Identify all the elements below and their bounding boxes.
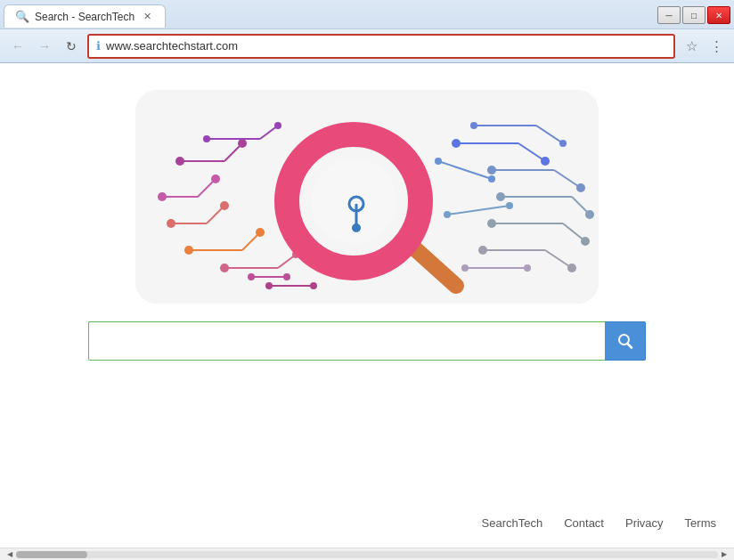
footer: SearchTech Contact Privacy Terms — [482, 516, 716, 530]
svg-point-3 — [184, 246, 193, 255]
svg-point-54 — [567, 264, 576, 272]
svg-point-37 — [470, 122, 477, 129]
svg-point-49 — [487, 219, 496, 228]
svg-point-45 — [496, 192, 505, 201]
menu-button[interactable]: ⋮ — [705, 36, 727, 57]
svg-point-62 — [444, 211, 451, 218]
scrollbar-track[interactable] — [16, 551, 718, 558]
svg-point-20 — [274, 122, 281, 129]
browser-tab[interactable]: 🔍 Search - SearchTech ✕ — [4, 4, 166, 28]
svg-point-53 — [478, 246, 487, 255]
tab-favicon: 🔍 — [15, 10, 29, 23]
title-bar: 🔍 Search - SearchTech ✕ ─ □ ✕ — [0, 0, 734, 28]
svg-point-8 — [220, 201, 229, 210]
scroll-left-arrow[interactable]: ◀ — [4, 550, 16, 559]
svg-point-11 — [158, 192, 167, 201]
tab-close-button[interactable]: ✕ — [140, 10, 154, 24]
svg-point-34 — [541, 157, 550, 166]
svg-point-50 — [581, 237, 590, 246]
footer-link-contact[interactable]: Contact — [564, 516, 604, 530]
footer-link-terms[interactable]: Terms — [685, 516, 716, 530]
svg-point-16 — [238, 139, 247, 148]
nav-actions: ☆ ⋮ — [681, 36, 727, 57]
svg-point-38 — [559, 140, 567, 147]
svg-point-26 — [248, 273, 255, 280]
svg-point-7 — [167, 219, 175, 228]
scrollbar-area: ◀ ▶ — [0, 548, 734, 560]
svg-point-30 — [310, 282, 317, 289]
browser-content: SearchTech Contact Privacy Terms — [0, 63, 734, 548]
logo-svg — [135, 90, 599, 304]
scroll-right-arrow[interactable]: ▶ — [718, 550, 730, 559]
svg-point-46 — [585, 210, 594, 219]
footer-link-privacy[interactable]: Privacy — [625, 516, 664, 530]
tab-area: 🔍 Search - SearchTech ✕ — [4, 4, 166, 28]
logo-area — [135, 90, 599, 304]
scrollbar-thumb[interactable] — [16, 551, 87, 558]
window-chrome: 🔍 Search - SearchTech ✕ ─ □ ✕ ← → ↻ ℹ ☆ … — [0, 0, 734, 63]
minimize-button[interactable]: ─ — [657, 6, 681, 24]
close-button[interactable]: ✕ — [707, 6, 730, 24]
svg-line-71 — [627, 344, 632, 348]
svg-point-12 — [211, 174, 220, 183]
address-input[interactable] — [106, 39, 666, 53]
search-icon — [616, 332, 634, 350]
search-area — [88, 321, 646, 361]
svg-point-63 — [506, 202, 513, 209]
back-button[interactable]: ← — [7, 36, 29, 57]
footer-link-searchtech[interactable]: SearchTech — [482, 516, 543, 530]
svg-point-19 — [203, 135, 210, 142]
svg-point-42 — [576, 183, 585, 192]
svg-point-4 — [256, 228, 265, 237]
search-input[interactable] — [88, 321, 605, 361]
bookmark-button[interactable]: ☆ — [681, 36, 702, 57]
search-button[interactable] — [605, 321, 646, 361]
maximize-button[interactable]: □ — [682, 6, 705, 24]
svg-point-60 — [488, 175, 495, 183]
svg-point-56 — [461, 264, 469, 272]
info-icon: ℹ — [96, 39, 101, 53]
refresh-button[interactable]: ↻ — [61, 36, 82, 57]
svg-point-29 — [265, 282, 273, 289]
svg-point-27 — [283, 273, 290, 280]
window-controls: ─ □ ✕ — [657, 6, 730, 24]
svg-point-59 — [435, 158, 442, 165]
tab-title: Search - SearchTech — [35, 11, 135, 23]
address-bar[interactable]: ℹ — [87, 34, 675, 59]
nav-bar: ← → ↻ ℹ ☆ ⋮ — [0, 28, 734, 62]
svg-point-41 — [487, 166, 496, 174]
svg-point-57 — [524, 264, 531, 272]
svg-point-33 — [452, 139, 461, 148]
svg-point-69 — [352, 223, 361, 232]
svg-point-15 — [175, 157, 184, 166]
svg-point-23 — [220, 264, 229, 272]
forward-button[interactable]: → — [34, 36, 55, 57]
